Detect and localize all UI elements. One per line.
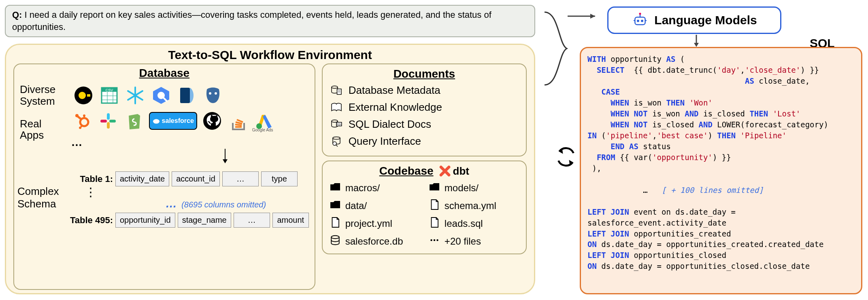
real-apps-row: Real Apps salesforce Google Ads … xyxy=(20,110,309,149)
svg-point-45 xyxy=(332,120,338,123)
svg-marker-1 xyxy=(590,14,595,19)
svg-point-56 xyxy=(637,20,639,22)
file-name: macros/ xyxy=(345,182,380,194)
documents-title: Documents xyxy=(329,68,519,80)
duckdb-icon xyxy=(72,85,94,106)
cycle-arrows-icon xyxy=(555,146,577,168)
salesforce-arrow-down xyxy=(141,149,309,166)
table-cell: activity_date xyxy=(115,171,169,186)
svg-point-41 xyxy=(332,86,338,89)
database-title: Database xyxy=(20,67,309,80)
svg-marker-40 xyxy=(223,159,228,163)
svg-point-20 xyxy=(215,92,217,95)
doc-item: Database Metadata xyxy=(329,83,519,97)
folder-icon xyxy=(428,181,440,195)
svg-rect-18 xyxy=(180,88,190,103)
workflow-environment-box: Text-to-SQL Workflow Environment Databas… xyxy=(5,44,535,294)
database-panel: Database Diverse System CSV Real Apps xyxy=(13,63,315,290)
doc-item: Query Interface xyxy=(329,134,519,148)
shopify-icon xyxy=(123,110,145,132)
svg-point-59 xyxy=(639,13,641,15)
svg-line-50 xyxy=(336,145,338,147)
table-cell: … xyxy=(222,171,259,186)
bigquery-icon xyxy=(150,85,172,106)
doc-item: SQL SQL Dialect Docs xyxy=(329,117,519,131)
svg-rect-42 xyxy=(337,89,341,95)
sql-code: WITH opportunity AS ( SELECT {{ dbt.date… xyxy=(587,54,855,272)
real-apps-label: Real Apps xyxy=(20,118,71,141)
file-name: data/ xyxy=(345,200,367,211)
columns-omitted-note: … (8695 columns omitted) xyxy=(166,197,309,210)
svg-line-23 xyxy=(78,116,82,120)
doc-text: SQL Dialect Docs xyxy=(349,118,431,131)
table-cell: account_id xyxy=(172,171,220,186)
table-495-label: Table 495: xyxy=(68,215,113,226)
documents-panel: Documents Database Metadata External Kno… xyxy=(322,63,527,156)
csv-icon: CSV xyxy=(98,85,120,106)
svg-line-37 xyxy=(237,120,243,122)
codebase-file: models/ xyxy=(428,181,519,195)
svg-marker-63 xyxy=(694,43,699,47)
file-name: +20 files xyxy=(445,236,481,247)
svg-rect-30 xyxy=(107,122,110,129)
codebase-file: data/ xyxy=(329,199,420,213)
codebase-file: schema.yml xyxy=(428,199,519,213)
file-name: schema.yml xyxy=(445,200,496,211)
file-name: project.yml xyxy=(345,218,392,229)
snowflake-icon xyxy=(124,85,146,106)
dbt-text: dbt xyxy=(453,165,469,177)
svg-text:SQL: SQL xyxy=(336,123,342,125)
schema-vdots: ⋮ xyxy=(85,189,309,195)
table-495-row: Table 495: opportunity_id stage_name … a… xyxy=(68,213,309,228)
svg-line-36 xyxy=(236,122,242,124)
codebase-file: project.yml xyxy=(329,216,420,231)
doc-text: Database Metadata xyxy=(349,84,440,97)
hubspot-icon xyxy=(71,110,93,132)
more-icon xyxy=(428,234,440,249)
lm-title: Language Models xyxy=(654,13,757,27)
doc-text: External Knowledge xyxy=(349,101,442,114)
svg-rect-4 xyxy=(87,94,90,97)
doc-item: External Knowledge xyxy=(329,100,519,114)
query-prefix: Q: xyxy=(12,10,22,20)
svg-point-52 xyxy=(430,239,432,241)
sql-doc-icon: SQL xyxy=(329,117,344,131)
github-icon xyxy=(201,110,223,132)
folder-icon xyxy=(329,181,341,195)
file-name: models/ xyxy=(445,182,479,194)
svg-rect-31 xyxy=(100,120,107,123)
apps-ellipsis: … xyxy=(71,136,83,149)
search-db-icon xyxy=(329,134,344,148)
table-cell: … xyxy=(234,213,270,228)
svg-line-35 xyxy=(235,125,242,125)
book-icon xyxy=(329,100,344,114)
db-doc-icon xyxy=(329,83,344,97)
svg-point-19 xyxy=(209,92,211,95)
file-icon xyxy=(428,216,440,231)
folder-icon xyxy=(329,199,341,213)
salesforce-label: salesforce xyxy=(162,117,194,125)
slack-icon xyxy=(97,110,119,132)
svg-point-51 xyxy=(331,236,339,239)
query-text: I need a daily report on key sales activ… xyxy=(12,10,491,32)
diverse-system-row: Diverse System CSV xyxy=(20,84,309,107)
table-1-row: Table 1: activity_date account_id … type xyxy=(68,171,309,186)
table-cell: amount xyxy=(272,213,309,228)
svg-point-48 xyxy=(333,137,340,139)
doc-text: Query Interface xyxy=(349,135,421,148)
svg-point-54 xyxy=(436,239,438,241)
codebase-panel: Codebase dbt macros/models/data/schema.y… xyxy=(322,161,527,254)
file-name: salesforce.db xyxy=(345,236,403,247)
svg-point-57 xyxy=(641,20,643,22)
svg-point-32 xyxy=(153,119,160,124)
codebase-file: leads.sql xyxy=(428,216,519,231)
svg-line-27 xyxy=(81,125,82,127)
complex-schema-label: Complex Schema xyxy=(17,185,59,210)
dbt-badge: dbt xyxy=(439,165,469,177)
sqlite-icon xyxy=(176,85,198,106)
codebase-title: Codebase xyxy=(379,165,434,177)
language-models-box: Language Models xyxy=(607,6,781,34)
dbt-icon xyxy=(439,165,451,177)
svg-rect-29 xyxy=(109,120,116,123)
file-name: leads.sql xyxy=(445,218,483,229)
